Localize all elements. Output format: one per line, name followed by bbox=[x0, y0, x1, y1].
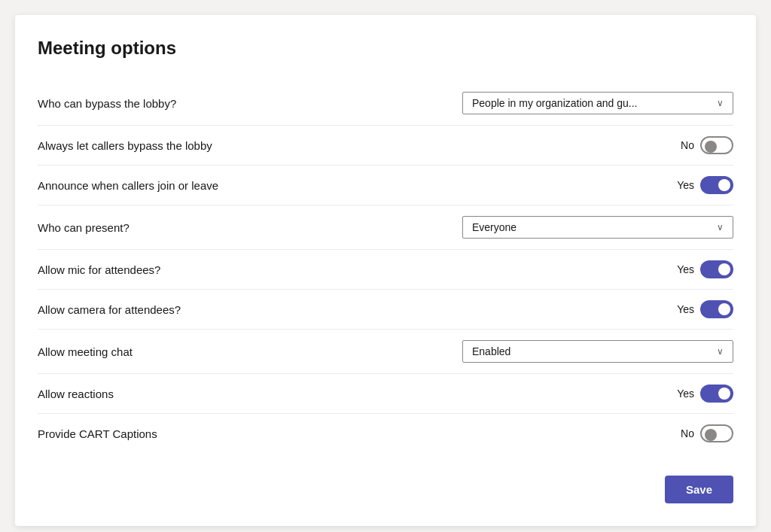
cart-captions-toggle[interactable] bbox=[700, 424, 733, 442]
allow-mic-toggle-thumb bbox=[718, 263, 730, 275]
option-label-allow-reactions: Allow reactions bbox=[38, 388, 114, 400]
chevron-down-icon: ∨ bbox=[717, 222, 724, 233]
option-label-allow-camera: Allow camera for attendees? bbox=[38, 303, 181, 316]
allow-camera-toggle-thumb bbox=[718, 303, 730, 315]
allow-mic-toggle-label: Yes bbox=[677, 263, 694, 275]
cart-captions-toggle-wrapper: No bbox=[681, 424, 733, 442]
allow-mic-toggle-track bbox=[700, 260, 733, 278]
meeting-options-container: Meeting options Who can bypass the lobby… bbox=[15, 15, 756, 526]
allow-mic-toggle-wrapper: Yes bbox=[677, 260, 733, 278]
option-control-always-bypass: No bbox=[462, 136, 733, 154]
option-label-announce-callers: Announce when callers join or leave bbox=[38, 179, 218, 192]
allow-camera-toggle[interactable] bbox=[700, 300, 733, 318]
option-row-cart-captions: Provide CART Captions No bbox=[38, 414, 733, 453]
bypass-lobby-value: People in my organization and gu... bbox=[472, 97, 711, 109]
meeting-chat-dropdown[interactable]: Enabled ∨ bbox=[462, 340, 733, 363]
allow-camera-toggle-label: Yes bbox=[677, 303, 694, 315]
announce-callers-toggle-thumb bbox=[718, 179, 730, 191]
chevron-down-icon: ∨ bbox=[717, 346, 724, 357]
option-row-bypass-lobby: Who can bypass the lobby? People in my o… bbox=[38, 81, 733, 126]
cart-captions-toggle-label: No bbox=[681, 427, 694, 439]
option-row-meeting-chat: Allow meeting chat Enabled ∨ bbox=[38, 330, 733, 374]
allow-reactions-toggle-track bbox=[700, 385, 733, 403]
always-bypass-toggle-wrapper: No bbox=[681, 136, 733, 154]
option-control-bypass-lobby: People in my organization and gu... ∨ bbox=[462, 92, 733, 114]
always-bypass-toggle-track bbox=[700, 136, 733, 154]
cart-captions-toggle-thumb bbox=[705, 429, 717, 441]
allow-reactions-toggle[interactable] bbox=[700, 385, 733, 403]
option-label-cart-captions: Provide CART Captions bbox=[38, 427, 157, 440]
allow-reactions-toggle-label: Yes bbox=[677, 388, 694, 400]
option-control-announce-callers: Yes bbox=[462, 176, 733, 194]
cart-captions-toggle-track bbox=[700, 424, 733, 442]
option-label-allow-mic: Allow mic for attendees? bbox=[38, 263, 160, 276]
save-button[interactable]: Save bbox=[665, 476, 733, 503]
option-row-announce-callers: Announce when callers join or leave Yes bbox=[38, 166, 733, 205]
allow-camera-toggle-wrapper: Yes bbox=[677, 300, 733, 318]
announce-callers-toggle-wrapper: Yes bbox=[677, 176, 733, 194]
option-label-meeting-chat: Allow meeting chat bbox=[38, 345, 133, 358]
option-control-cart-captions: No bbox=[462, 424, 733, 442]
allow-reactions-toggle-thumb bbox=[718, 388, 730, 400]
option-row-always-bypass: Always let callers bypass the lobby No bbox=[38, 126, 733, 166]
option-control-allow-mic: Yes bbox=[462, 260, 733, 278]
allow-reactions-toggle-wrapper: Yes bbox=[677, 385, 733, 403]
allow-camera-toggle-track bbox=[700, 300, 733, 318]
always-bypass-toggle[interactable] bbox=[700, 136, 733, 154]
meeting-chat-value: Enabled bbox=[472, 345, 711, 357]
page-title: Meeting options bbox=[38, 38, 733, 59]
option-label-who-can-present: Who can present? bbox=[38, 221, 130, 234]
option-label-always-bypass: Always let callers bypass the lobby bbox=[38, 139, 212, 152]
option-row-who-can-present: Who can present? Everyone ∨ bbox=[38, 205, 733, 250]
announce-callers-toggle[interactable] bbox=[700, 176, 733, 194]
option-control-allow-reactions: Yes bbox=[462, 385, 733, 403]
announce-callers-toggle-label: Yes bbox=[677, 179, 694, 191]
who-can-present-dropdown[interactable]: Everyone ∨ bbox=[462, 216, 733, 239]
option-label-bypass-lobby: Who can bypass the lobby? bbox=[38, 97, 176, 110]
announce-callers-toggle-track bbox=[700, 176, 733, 194]
who-can-present-value: Everyone bbox=[472, 221, 711, 233]
option-row-allow-mic: Allow mic for attendees? Yes bbox=[38, 250, 733, 290]
bypass-lobby-dropdown[interactable]: People in my organization and gu... ∨ bbox=[462, 92, 733, 114]
option-control-who-can-present: Everyone ∨ bbox=[462, 216, 733, 239]
option-row-allow-camera: Allow camera for attendees? Yes bbox=[38, 290, 733, 330]
always-bypass-toggle-label: No bbox=[681, 139, 694, 151]
chevron-down-icon: ∨ bbox=[717, 98, 724, 108]
options-list: Who can bypass the lobby? People in my o… bbox=[38, 81, 733, 453]
allow-mic-toggle[interactable] bbox=[700, 260, 733, 278]
option-row-allow-reactions: Allow reactions Yes bbox=[38, 374, 733, 414]
option-control-allow-camera: Yes bbox=[462, 300, 733, 318]
option-control-meeting-chat: Enabled ∨ bbox=[462, 340, 733, 363]
always-bypass-toggle-thumb bbox=[705, 141, 717, 153]
